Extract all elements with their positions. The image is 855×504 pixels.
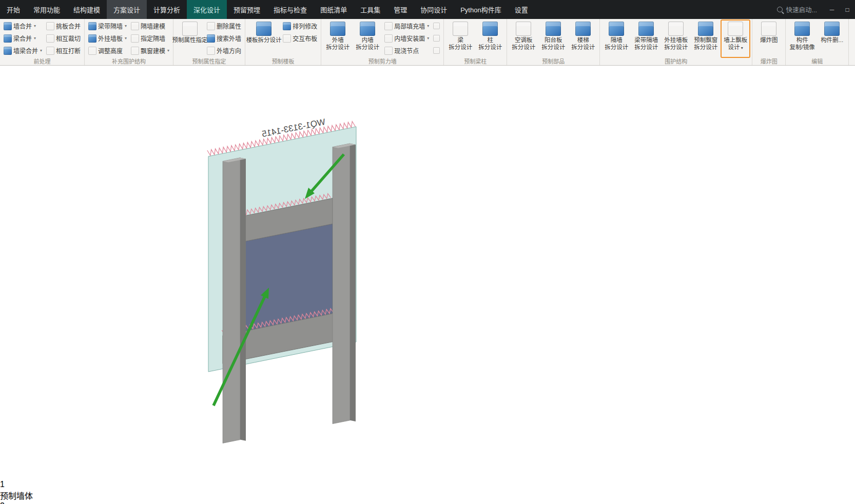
btn-cantilever-slab-merge[interactable]: 挑板合并: [45, 20, 82, 32]
application-window: 开始 常用功能 结构建模 方案设计 计算分析 深化设计 预留预埋 指标与检查 图…: [0, 0, 855, 504]
interior-wall-install-face-icon: [384, 34, 393, 43]
annotation-1-label: 预制墙体: [0, 489, 855, 501]
precast-wall-3d-model[interactable]: WQ1-3133-1415: [0, 68, 674, 478]
btn-partial-infill-wall[interactable]: 局部填充墙: [383, 20, 431, 32]
btn-stair-split[interactable]: 楼梯 拆分设计: [569, 20, 597, 57]
btn-wall-merge[interactable]: 墙合并: [2, 20, 44, 32]
btn-exploded-view[interactable]: 爆炸图: [754, 20, 783, 57]
group-label-precast-slab: 预制楼板: [245, 57, 321, 65]
tab-embedded[interactable]: 预留预埋: [227, 0, 267, 19]
group-label-precast-shear-wall: 预制剪力墙: [321, 57, 443, 65]
btn-wall-beam-merge[interactable]: 墙梁合并: [2, 45, 44, 56]
ribbon-group-precast-parts: 空调板 拆分设计 阳台板 拆分设计 楼梯 拆分设计 预制部品: [507, 19, 600, 65]
btn-slab-split-design[interactable]: 楼板拆分设计: [247, 20, 280, 57]
tab-drawing-list[interactable]: 图纸清单: [314, 0, 354, 19]
btn-ac-slab-split[interactable]: 空调板 拆分设计: [509, 20, 538, 57]
component-delete-icon: [824, 22, 840, 36]
curtain-panel-split-icon: [668, 22, 684, 36]
btn-arrangement-modify[interactable]: 排列修改: [281, 20, 319, 32]
btn-shear-wall-extra-1[interactable]: [432, 20, 441, 32]
cast-in-place-joint-icon: [384, 47, 393, 55]
precast-attribute-assign-icon: [182, 22, 198, 36]
tab-common[interactable]: 常用功能: [27, 0, 67, 19]
tab-calc-analysis[interactable]: 计算分析: [147, 0, 187, 19]
btn-partition-modeling[interactable]: 隔墙建模: [129, 20, 171, 32]
tab-collaboration[interactable]: 协同设计: [414, 0, 454, 19]
btn-exterior-wall-split[interactable]: 外墙 拆分设计: [323, 20, 352, 57]
btn-search-exterior-wall[interactable]: 搜索外墙: [205, 32, 243, 44]
group-label-envelope-supplement: 补充围护结构: [85, 57, 173, 65]
tab-toolset[interactable]: 工具集: [354, 0, 387, 19]
annotation-1-badge: 1: [0, 480, 855, 489]
arrangement-modify-icon: [283, 22, 291, 30]
btn-balcony-slab-split[interactable]: 阳台板 拆分设计: [539, 20, 568, 57]
beam-partition-split-icon: [638, 22, 654, 36]
wall-beam-merge-icon: [4, 47, 12, 55]
tab-scheme-design[interactable]: 方案设计: [107, 0, 147, 19]
annotation-2-badge: 2: [0, 501, 855, 504]
btn-beam-merge[interactable]: 梁合并: [2, 32, 44, 44]
ribbon-group-edit: 构件 复制/镜像 构件删... 编辑: [786, 19, 849, 65]
btn-curtain-panel[interactable]: 外挂墙板: [87, 32, 128, 44]
maximize-button[interactable]: □: [840, 0, 855, 19]
btn-mutual-trim[interactable]: 相互裁切: [45, 32, 82, 44]
group-label-preprocess: 前处理: [0, 57, 84, 65]
beam-split-icon: [453, 22, 468, 36]
mutual-trim-icon: [46, 34, 54, 43]
group-label-edit: 编辑: [786, 57, 848, 65]
btn-cast-in-place-joint[interactable]: 现浇节点: [383, 45, 431, 56]
btn-column-split[interactable]: 柱 拆分设计: [476, 20, 504, 57]
shear-wall-extra-3-icon: [433, 47, 440, 54]
exterior-wall-split-icon: [330, 22, 345, 36]
btn-precast-attribute-assign[interactable]: 预制属性指定: [176, 20, 204, 57]
tab-metrics-check[interactable]: 指标与检查: [267, 0, 314, 19]
btn-delete-attribute[interactable]: 删除属性: [205, 20, 243, 32]
btn-assign-partition[interactable]: 指定隔墙: [129, 32, 171, 44]
btn-precast-bay-window-split[interactable]: 预制飘窗 拆分设计: [691, 20, 720, 57]
btn-beam-partition-split[interactable]: 梁带隔墙 拆分设计: [632, 20, 660, 57]
exterior-wall-direction-icon: [207, 47, 215, 55]
btn-wall-flying-board-design[interactable]: 墙上飘板 设计: [721, 20, 750, 57]
ribbon-group-precast-beam-column: 梁 拆分设计 柱 拆分设计 预制梁柱: [444, 19, 507, 65]
btn-beam-with-partition[interactable]: 梁带隔墙: [87, 20, 128, 32]
group-label-precast-beam-column: 预制梁柱: [444, 57, 507, 65]
balcony-slab-split-icon: [546, 22, 561, 36]
btn-partition-split[interactable]: 隔墙 拆分设计: [602, 20, 631, 57]
menu-bar: 开始 常用功能 结构建模 方案设计 计算分析 深化设计 预留预埋 指标与检查 图…: [0, 0, 855, 19]
curtain-panel-icon: [88, 34, 96, 43]
slab-split-design-icon: [256, 22, 271, 36]
exploded-view-icon: [761, 22, 776, 36]
shear-wall-extra-2-icon: [433, 35, 440, 42]
minimize-button[interactable]: ─: [824, 0, 840, 19]
tab-start[interactable]: 开始: [0, 0, 27, 19]
tab-python-library[interactable]: Python构件库: [454, 0, 508, 19]
wall-merge-icon: [4, 22, 12, 30]
btn-shear-wall-extra-3[interactable]: [432, 45, 441, 56]
btn-curtain-panel-split[interactable]: 外挂墙板 拆分设计: [662, 20, 690, 57]
tab-detail-design[interactable]: 深化设计: [187, 0, 227, 19]
btn-component-copy-mirror[interactable]: 构件 复制/镜像: [788, 20, 817, 57]
btn-exterior-wall-direction[interactable]: 外墙方向: [205, 45, 243, 56]
btn-interior-wall-install-face[interactable]: 内墙安装面: [383, 32, 431, 44]
component-copy-mirror-icon: [794, 22, 810, 36]
tab-structure-modeling[interactable]: 结构建模: [67, 0, 107, 19]
ribbon-group-envelope-supplement: 梁带隔墙 外挂墙板 调整高度 隔墙建模 指定隔墙 飘窗建模 补充围护结构: [85, 19, 173, 65]
btn-adjust-height[interactable]: 调整高度: [87, 45, 128, 56]
tab-settings[interactable]: 设置: [508, 0, 535, 19]
partition-split-icon: [609, 22, 624, 36]
ribbon-group-preprocess: 墙合并 梁合并 墙梁合并 挑板合并 相互裁切 相互打断 前处理: [0, 19, 85, 65]
beam-with-partition-icon: [88, 22, 96, 30]
btn-bay-window-modeling[interactable]: 飘窗建模: [129, 45, 171, 56]
group-label-envelope: 围护结构: [600, 57, 752, 65]
btn-beam-split[interactable]: 梁 拆分设计: [446, 20, 475, 57]
tab-manage[interactable]: 管理: [387, 0, 414, 19]
precast-bay-window-split-icon: [698, 22, 713, 36]
btn-interactive-panel-layout[interactable]: 交互布板: [281, 32, 319, 44]
wall-flying-board-design-icon: [728, 22, 743, 36]
btn-interior-wall-split[interactable]: 内墙 拆分设计: [353, 20, 382, 57]
quick-launch-search[interactable]: 快速启动...: [770, 0, 824, 19]
btn-shear-wall-extra-2[interactable]: [432, 32, 441, 44]
assign-partition-icon: [131, 34, 139, 43]
btn-mutual-break[interactable]: 相互打断: [45, 45, 82, 56]
btn-component-delete[interactable]: 构件删...: [818, 20, 846, 57]
